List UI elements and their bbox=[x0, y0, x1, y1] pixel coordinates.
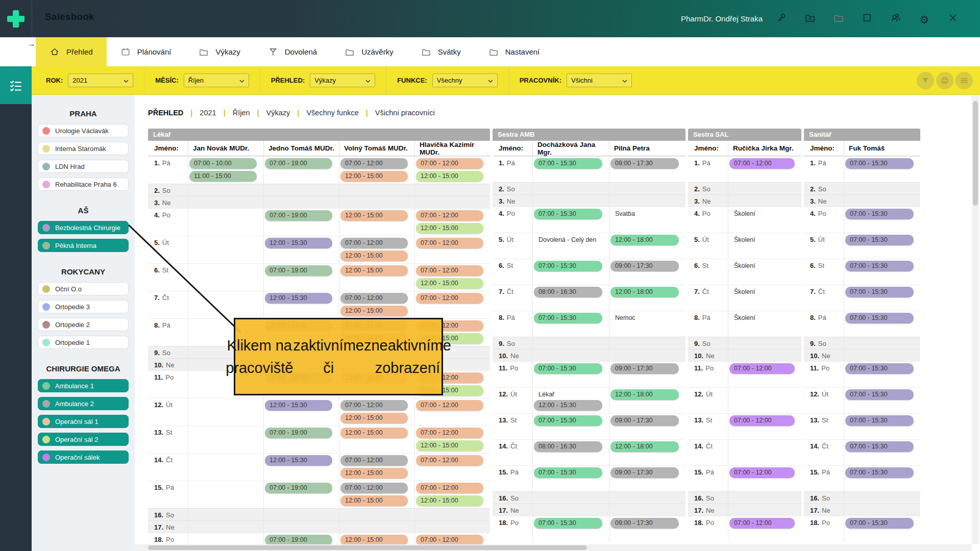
shift-chip[interactable]: 07:00 - 15:30 bbox=[845, 209, 914, 219]
shift-chip[interactable]: 12:00 - 15:00 bbox=[340, 428, 408, 438]
shift-chip[interactable]: 07:00 - 19:00 bbox=[265, 265, 332, 276]
shift-chip[interactable]: 12:00 - 15:00 bbox=[416, 223, 483, 234]
shift-chip[interactable]: 07:00 - 15:30 bbox=[845, 363, 914, 374]
shift-chip[interactable]: 12:00 - 15:00 bbox=[340, 210, 408, 221]
printer-button[interactable] bbox=[936, 72, 953, 89]
shift-chip[interactable]: 07:00 - 19:00 bbox=[265, 535, 332, 545]
shift-chip[interactable]: 07:00 - 15:30 bbox=[534, 313, 602, 323]
shift-chip[interactable]: 07:00 - 12:00 bbox=[340, 238, 408, 248]
shift-chip[interactable]: 12:00 - 15:00 bbox=[340, 535, 408, 545]
tab-svatky[interactable]: Svátky bbox=[407, 37, 475, 66]
tab-planovani[interactable]: Plánování bbox=[107, 37, 185, 66]
tab-uzaverky[interactable]: Uzávěrky bbox=[331, 37, 407, 66]
shift-chip[interactable]: 07:00 - 15:30 bbox=[845, 261, 914, 271]
prehled-select[interactable]: Výkazy bbox=[310, 73, 375, 87]
shift-chip[interactable]: 07:00 - 15:30 bbox=[845, 158, 914, 169]
funkce-select[interactable]: Všechny bbox=[432, 73, 498, 87]
shift-chip[interactable]: 07:00 - 12:00 bbox=[416, 483, 483, 493]
workplace-ortopedie-1[interactable]: Ortopedie 1 bbox=[38, 336, 129, 349]
filter-button[interactable] bbox=[917, 72, 934, 89]
shift-chip[interactable]: 09:00 - 17:30 bbox=[610, 158, 679, 169]
shift-chip[interactable]: 12:00 - 15:00 bbox=[416, 440, 483, 451]
collapse-arrow-icon[interactable]: → bbox=[28, 39, 36, 48]
tab-prehled[interactable]: Přehled bbox=[36, 37, 107, 66]
shift-chip[interactable]: 08:00 - 16:30 bbox=[534, 287, 602, 297]
workplace-ortopedie-3[interactable]: Ortopedie 3 bbox=[38, 300, 129, 313]
shift-chip[interactable]: 12:00 - 15:00 bbox=[416, 171, 483, 182]
shift-chip[interactable]: 07:00 - 15:30 bbox=[845, 467, 914, 478]
shift-chip[interactable]: 12:00 - 15:00 bbox=[340, 251, 408, 261]
shift-chip[interactable]: 07:00 - 12:00 bbox=[340, 483, 408, 493]
shift-chip[interactable]: 12:00 - 15:00 bbox=[416, 278, 483, 289]
shift-chip[interactable]: 07:00 - 15:30 bbox=[845, 313, 914, 323]
shift-chip[interactable]: 07:00 - 15:30 bbox=[845, 287, 914, 297]
shift-chip[interactable]: 12:00 - 15:30 bbox=[265, 238, 332, 248]
shift-chip[interactable]: 07:00 - 12:00 bbox=[340, 158, 408, 169]
shift-chip[interactable]: 07:00 - 12:00 bbox=[416, 293, 483, 304]
shift-chip[interactable]: 07:00 - 12:00 bbox=[416, 400, 483, 411]
gear-icon[interactable]: ⚙ bbox=[918, 13, 930, 26]
shift-chip[interactable]: 07:00 - 12:00 bbox=[340, 400, 408, 411]
shift-chip[interactable]: 07:00 - 12:00 bbox=[416, 210, 483, 221]
shift-chip[interactable]: 12:00 - 15:00 bbox=[340, 413, 408, 423]
key-icon[interactable] bbox=[775, 12, 788, 24]
checklist-menu-button[interactable] bbox=[0, 66, 32, 104]
shift-chip[interactable]: 07:00 - 15:30 bbox=[534, 158, 602, 169]
shift-chip[interactable]: 12:00 - 15:00 bbox=[416, 495, 483, 506]
users-icon[interactable] bbox=[890, 12, 902, 24]
shift-chip[interactable]: 07:00 - 15:30 bbox=[845, 389, 914, 400]
tab-vykazy[interactable]: Výkazy bbox=[185, 37, 254, 66]
shift-chip[interactable]: 07:00 - 15:30 bbox=[845, 235, 914, 245]
shift-chip[interactable]: 07:00 - 15:30 bbox=[845, 518, 914, 529]
workplace-ambulance-2[interactable]: Ambulance 2 bbox=[38, 397, 129, 410]
shift-chip[interactable]: 07:00 - 15:30 bbox=[534, 467, 602, 478]
workplace-ldn-hrad[interactable]: LDN Hrad bbox=[38, 160, 129, 173]
shift-chip[interactable]: 07:00 - 12:00 bbox=[416, 265, 483, 276]
shift-chip[interactable]: 07:00 - 15:30 bbox=[534, 363, 602, 374]
shift-chip[interactable]: 07:00 - 12:00 bbox=[416, 535, 483, 545]
shift-chip[interactable]: 07:00 - 15:30 bbox=[845, 441, 914, 452]
pracovnik-select[interactable]: Všichni bbox=[567, 73, 632, 87]
workplace-operacni-salek[interactable]: Operační sálek bbox=[38, 450, 129, 464]
shift-chip[interactable]: 08:00 - 16:30 bbox=[534, 441, 602, 452]
shift-chip[interactable]: 07:00 - 15:30 bbox=[534, 415, 602, 426]
shift-chip[interactable]: 07:00 - 12:00 bbox=[416, 428, 483, 438]
shift-chip[interactable]: 07:00 - 12:00 bbox=[340, 293, 408, 304]
shift-chip[interactable]: 12:00 - 15:30 bbox=[265, 293, 332, 304]
shift-chip[interactable]: 07:00 - 12:00 bbox=[729, 467, 795, 478]
shift-chip[interactable]: 12:00 - 15:00 bbox=[340, 265, 408, 276]
shift-chip[interactable]: 11:00 - 15:00 bbox=[189, 171, 257, 182]
shift-chip[interactable]: 12:00 - 15:30 bbox=[265, 455, 332, 466]
workplace-operacni-sal-2[interactable]: Operační sál 2 bbox=[38, 433, 129, 446]
workplace-ambulance-1[interactable]: Ambulance 1 bbox=[38, 379, 129, 392]
menu-button[interactable] bbox=[955, 72, 973, 89]
workplace-ocni-o-o[interactable]: Oční O.o bbox=[38, 282, 129, 295]
shift-chip[interactable]: 07:00 - 19:00 bbox=[265, 158, 332, 169]
shift-chip[interactable]: 12:00 - 15:30 bbox=[265, 400, 332, 411]
shift-chip[interactable]: 07:00 - 15:30 bbox=[534, 261, 602, 271]
rok-select[interactable]: 2021 bbox=[68, 73, 133, 87]
workplace-interna-staromak[interactable]: Interna Staromák bbox=[38, 142, 129, 155]
shift-chip[interactable]: 12:00 - 15:30 bbox=[534, 400, 602, 411]
shift-chip[interactable]: 07:00 - 19:00 bbox=[265, 210, 332, 221]
shift-chip[interactable]: 07:00 - 12:00 bbox=[416, 238, 483, 248]
close-icon[interactable] bbox=[947, 12, 959, 24]
mesic-select[interactable]: Říjen bbox=[184, 73, 249, 87]
shift-chip[interactable]: 07:00 - 12:00 bbox=[416, 455, 483, 466]
shift-chip[interactable]: 07:00 - 12:00 bbox=[729, 415, 795, 426]
workplace-operacni-sal-1[interactable]: Operační sál 1 bbox=[38, 415, 129, 428]
shift-chip[interactable]: 09:00 - 17:30 bbox=[610, 363, 679, 374]
shift-chip[interactable]: 07:00 - 15:30 bbox=[534, 518, 602, 529]
shift-chip[interactable]: 07:00 - 19:00 bbox=[265, 483, 332, 493]
shift-chip[interactable]: 07:00 - 12:00 bbox=[729, 363, 795, 374]
folder-n-icon[interactable]: N bbox=[804, 12, 816, 24]
shift-chip[interactable]: 12:00 - 15:00 bbox=[340, 306, 408, 316]
shift-chip[interactable]: 07:00 - 12:00 bbox=[729, 518, 795, 529]
shift-chip[interactable]: 07:00 - 12:00 bbox=[416, 158, 483, 169]
workplace-pekna-interna[interactable]: Pěkná Interna bbox=[38, 239, 129, 252]
shift-chip[interactable]: 12:00 - 18:00 bbox=[610, 235, 679, 245]
shift-chip[interactable]: 12:00 - 15:00 bbox=[340, 495, 408, 506]
workplace-ortopedie-2[interactable]: Ortopedie 2 bbox=[38, 318, 129, 331]
shift-chip[interactable]: 09:00 - 17:30 bbox=[610, 518, 679, 529]
square-icon[interactable] bbox=[861, 12, 873, 24]
